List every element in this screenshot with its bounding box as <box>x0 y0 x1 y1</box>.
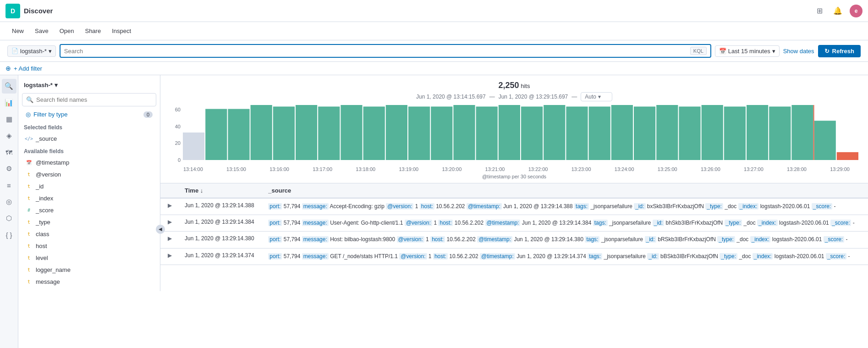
nav-icons: ⊞ 🔔 e <box>813 5 863 17</box>
field-key: tags: <box>593 220 608 226</box>
index-pattern-label: logstash-* <box>20 48 47 55</box>
nav-open-button[interactable]: Open <box>55 26 79 36</box>
field-value: 1 <box>427 253 432 260</box>
field-key: host: <box>438 220 453 226</box>
field-value: - <box>851 220 854 226</box>
available-field-item[interactable]: tlevel <box>22 252 156 264</box>
chart-svg <box>182 105 859 165</box>
field-type-icon: 📅 <box>25 158 33 166</box>
sidebar-icon-maps[interactable]: 🗺 <box>2 145 16 160</box>
add-filter-button[interactable]: + Add filter <box>14 65 42 72</box>
svg-rect-17 <box>566 106 588 160</box>
nav-save-button[interactable]: Save <box>30 26 53 36</box>
sidebar-icon-ml[interactable]: ⚙ <box>2 161 16 176</box>
field-key: _id: <box>653 220 664 226</box>
time-range-selector[interactable]: 📅 Last 15 minutes ▾ <box>715 45 780 57</box>
svg-rect-15 <box>521 106 543 160</box>
svg-rect-25 <box>747 105 768 160</box>
field-name: _type <box>36 219 50 226</box>
available-field-item[interactable]: #_score <box>22 204 156 216</box>
field-value: 1 <box>424 236 429 243</box>
nav-bell-icon[interactable]: 🔔 <box>831 5 844 17</box>
field-key: _index: <box>738 203 759 210</box>
col-time-header: Time ↓ <box>179 183 263 198</box>
sidebar-icon-dashboard[interactable]: ▦ <box>2 112 16 127</box>
expand-row-button[interactable]: ▶ <box>166 202 174 209</box>
sidebar-icon-visualize[interactable]: 📊 <box>2 95 16 110</box>
field-key: message: <box>302 220 329 226</box>
svg-rect-1 <box>205 109 227 160</box>
selected-field-item[interactable]: </>_source <box>22 133 156 144</box>
available-field-item[interactable]: tlogger_name <box>22 264 156 276</box>
second-nav: New Save Open Share Inspect <box>0 22 868 40</box>
sidebar-icon-apm[interactable]: ◎ <box>2 194 16 209</box>
panel-collapse-arrow[interactable]: ◀ <box>156 225 165 234</box>
field-name: class <box>36 231 49 238</box>
field-type-icon: t <box>25 182 33 190</box>
refresh-icon: ↻ <box>824 48 830 55</box>
sidebar-icon-infra[interactable]: ≡ <box>2 178 16 193</box>
filter-by-type[interactable]: ◎ Filter by type 0 <box>22 108 156 121</box>
index-pattern-row[interactable]: logstash-* ▾ <box>22 79 156 91</box>
svg-rect-19 <box>611 105 633 160</box>
svg-rect-7 <box>341 105 362 160</box>
interval-selector[interactable]: Auto ▾ <box>581 92 612 101</box>
show-dates-button[interactable]: Show dates <box>783 48 814 55</box>
sidebar-icon-canvas[interactable]: ◈ <box>2 128 16 143</box>
field-value: - <box>846 253 850 260</box>
nav-new-button[interactable]: New <box>7 26 28 36</box>
available-fields-list: 📅@timestampt@versiont_idt_index#_scoret_… <box>22 156 156 287</box>
field-name: @version <box>36 171 61 178</box>
field-value: 10.56.2.202 <box>453 220 483 226</box>
field-key: tags: <box>585 236 599 243</box>
expand-row-button[interactable]: ▶ <box>166 235 174 242</box>
sidebar-icon-dev[interactable]: { } <box>2 227 16 242</box>
svg-rect-14 <box>499 105 520 160</box>
field-key: _index: <box>753 253 773 260</box>
refresh-button[interactable]: ↻ Refresh <box>818 45 861 57</box>
svg-rect-22 <box>679 106 700 160</box>
field-value: _doc <box>742 220 755 226</box>
index-selector-chevron: ▾ <box>49 48 52 55</box>
available-field-item[interactable]: t@version <box>22 168 156 180</box>
field-type-icon: t <box>25 218 33 226</box>
available-field-item[interactable]: tclass <box>22 228 156 240</box>
nav-share-button[interactable]: Share <box>80 26 105 36</box>
field-value: logstash-2020.06.01 <box>778 220 829 226</box>
field-key: host: <box>420 203 434 210</box>
kibana-logo: D <box>5 4 20 18</box>
field-value: Jun 1, 2020 @ 13:29:14.384 <box>520 220 591 226</box>
sidebar-icons: 🔍 📊 ▦ ◈ 🗺 ⚙ ≡ ◎ ⬡ { } ⚙ <box>0 75 18 348</box>
available-field-item[interactable]: thost <box>22 240 156 252</box>
field-value: bRSkb3IBrFrKxbazjOfN <box>656 236 716 243</box>
search-input-wrap: KQL <box>60 44 711 58</box>
left-panel: logstash-* ▾ 🔍 ◎ Filter by type <box>18 75 160 291</box>
available-field-item[interactable]: t_index <box>22 192 156 204</box>
filter-expand-icon[interactable]: ⊕ <box>5 65 11 72</box>
expand-row-button[interactable]: ▶ <box>166 219 174 225</box>
field-value: 1 <box>413 203 418 210</box>
svg-rect-10 <box>408 106 430 160</box>
nav-grid-icon[interactable]: ⊞ <box>813 5 826 17</box>
available-field-item[interactable]: 📅@timestamp <box>22 156 156 168</box>
available-field-item[interactable]: tmessage <box>22 276 156 287</box>
field-search-input[interactable] <box>36 96 152 103</box>
nav-inspect-button[interactable]: Inspect <box>107 26 136 36</box>
y-tick-60: 60 <box>171 107 181 112</box>
expand-row-button[interactable]: ▶ <box>166 252 174 259</box>
main-area: logstash-* ▾ 🔍 ◎ Filter by type <box>18 75 868 348</box>
field-type-icon: t <box>25 242 33 250</box>
index-pattern-selector[interactable]: 📄 logstash-* ▾ <box>7 45 56 57</box>
available-field-item[interactable]: t_type <box>22 216 156 228</box>
sidebar-icon-discover[interactable]: 🔍 <box>2 79 16 94</box>
sidebar-icon-uptime[interactable]: ⬡ <box>2 211 16 226</box>
col-expand-header <box>160 183 179 198</box>
available-field-item[interactable]: t_id <box>22 180 156 192</box>
user-avatar[interactable]: e <box>850 5 863 17</box>
right-panel: 2,250 hits Jun 1, 2020 @ 13:14:15.697 — … <box>160 75 868 348</box>
field-value: 57,794 <box>282 253 300 260</box>
selected-fields-list: </>_source <box>22 133 156 144</box>
kql-badge[interactable]: KQL <box>690 47 707 55</box>
col-source-header: _source <box>263 183 868 198</box>
search-input[interactable] <box>64 48 690 55</box>
